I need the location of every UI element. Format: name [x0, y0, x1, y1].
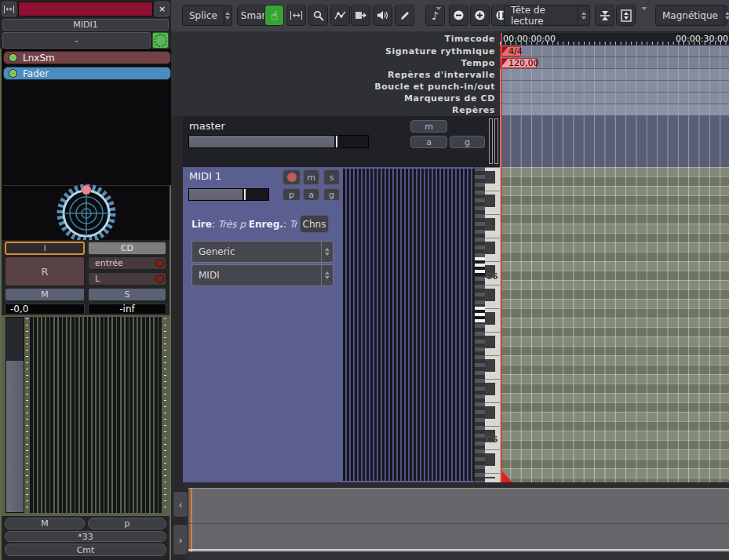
daw-window: ↔ × MIDI1 - LnxSm Fa [0, 0, 729, 560]
tool-stretch-button[interactable] [351, 5, 370, 26]
panner[interactable] [0, 185, 171, 241]
phase-button[interactable]: p [88, 518, 166, 529]
master-track-fader[interactable] [188, 135, 369, 148]
master-fader-handle[interactable] [336, 136, 337, 147]
master-group-button[interactable]: g [450, 136, 485, 148]
processor-box[interactable]: LnxSm Fader [0, 49, 174, 188]
solo-button[interactable]: S [88, 288, 166, 301]
phase-label: p [125, 518, 130, 529]
zoom-focus-combo[interactable]: Tête de lecture [504, 5, 590, 26]
midnam-mode-combo[interactable]: MIDI [191, 264, 334, 286]
midi-fader-handle[interactable] [244, 189, 246, 200]
record-enable-button[interactable]: R [5, 256, 85, 286]
channels-button[interactable]: Chns [300, 215, 329, 233]
gain-fader-handle[interactable] [6, 361, 24, 512]
meter-marker[interactable]: 4/4 [500, 46, 521, 56]
processor-active-led[interactable] [9, 69, 17, 78]
summary-scroll-left-button[interactable]: ‹ [173, 491, 188, 518]
midi-automation-button[interactable]: a [303, 188, 319, 201]
strip-close-button[interactable]: × [155, 2, 169, 16]
processor-fader[interactable]: Fader [3, 67, 171, 80]
midi-track-canvas[interactable] [500, 167, 729, 482]
midi-record-button[interactable] [282, 169, 301, 185]
midi-mute-button[interactable]: m [303, 169, 319, 185]
solo-label: S [125, 289, 130, 300]
tool-draw-automation-button[interactable] [330, 5, 350, 26]
playhead[interactable] [501, 33, 502, 482]
master-scrollbar[interactable] [489, 118, 493, 164]
monitor-input-button[interactable]: I [5, 242, 85, 255]
master-mute-button[interactable]: m [410, 120, 447, 133]
note-chevron-icon[interactable] [435, 6, 443, 11]
timecode-ruler[interactable]: 00:00:00:00 00:00:30:00 [500, 33, 729, 45]
master-track-canvas[interactable] [500, 116, 729, 167]
rec-mode-label: Enreg. [249, 219, 283, 230]
midi-group-button[interactable]: g [323, 188, 340, 201]
ruler-label-timecode: Timecode [445, 33, 495, 45]
scroomer-handle-bottom[interactable] [475, 307, 485, 322]
comments-label: Cmt [77, 545, 95, 555]
summary-playhead[interactable] [191, 489, 192, 552]
record-enable-label: R [41, 266, 48, 278]
summary-pane[interactable] [188, 488, 729, 552]
midi-route-modes: Lire: Très p Enreg.: Tr [191, 219, 297, 230]
lock-button[interactable]: L [88, 272, 166, 285]
location-marker-ruler[interactable] [500, 104, 729, 116]
midi-solo-button[interactable]: s [323, 169, 340, 185]
shrink-tracks-button[interactable] [595, 5, 614, 26]
ruler-label-markers: Repères [452, 104, 495, 116]
monitor-disk-button[interactable]: CD [88, 242, 166, 255]
input-button[interactable]: entrée [88, 256, 166, 270]
cd-marker-ruler[interactable] [500, 93, 729, 104]
strip-width-button[interactable]: ↔ [2, 2, 16, 16]
gain-display[interactable]: -0,0 [5, 304, 85, 315]
mute-button[interactable]: M [5, 288, 85, 301]
zoom-out-button[interactable] [449, 5, 468, 26]
master-track-header[interactable]: master m a g [183, 116, 500, 167]
summary-range-bar[interactable] [188, 549, 729, 551]
processor-lnxsm[interactable]: LnxSm [3, 51, 171, 64]
processor-active-led[interactable] [9, 53, 17, 62]
spinner-icon [224, 5, 231, 25]
magnifier-icon [313, 10, 324, 21]
midi-track-name[interactable]: MIDI 1 [189, 170, 221, 182]
master-track-name[interactable]: master [189, 120, 225, 132]
snap-mode-combo[interactable]: Magnétique [655, 5, 727, 26]
tool-zoom-button[interactable] [308, 5, 328, 26]
strip-name-button[interactable]: MIDI1 [2, 19, 169, 31]
midnam-device-combo[interactable]: Generic [191, 241, 334, 263]
midi-patch-stripes [343, 169, 474, 481]
gain-fader[interactable] [5, 317, 24, 513]
peak-display[interactable]: -inf [88, 304, 166, 315]
midi-scroomer[interactable] [474, 167, 485, 482]
scroomer-handle-top[interactable] [475, 257, 485, 276]
midi-track-fader[interactable] [188, 188, 269, 201]
midi-playlist-button[interactable]: p [282, 188, 301, 201]
peak-value: -inf [119, 304, 135, 315]
master-automation-button[interactable]: a [410, 136, 447, 148]
edit-mode-combo[interactable]: Splice [182, 5, 232, 26]
strip-color-bar[interactable] [18, 2, 153, 16]
input-selector-button[interactable]: - [2, 32, 151, 49]
tool-edit-button[interactable] [395, 5, 414, 26]
meter-ruler[interactable]: 4/4 [500, 45, 729, 57]
tool-grab-button[interactable]: ☝ [264, 5, 284, 26]
tool-audition-button[interactable] [373, 5, 392, 26]
zoom-in-button[interactable] [470, 5, 490, 26]
tempo-marker[interactable]: 120,00 [500, 58, 537, 68]
comments-button[interactable]: Cmt [5, 544, 166, 556]
master-scrollbar-2[interactable] [494, 118, 498, 164]
range-marker-ruler[interactable] [500, 69, 729, 81]
midi-track-header[interactable]: MIDI 1 m s p a g Lire: Très p Enreg.: Tr… [183, 167, 500, 482]
metering-button[interactable]: M [5, 518, 85, 529]
piano-keyboard[interactable]: C6 C5 [485, 167, 500, 482]
summary-scroll-right-button[interactable]: › [173, 524, 188, 555]
tracks-chevron-icon[interactable] [640, 6, 648, 11]
tool-range-button[interactable]: ↔ [286, 5, 306, 26]
loop-punch-ruler[interactable] [500, 81, 729, 93]
trim-knob[interactable] [152, 32, 169, 49]
expand-tracks-button[interactable] [616, 5, 636, 26]
lock-button-label: L [95, 274, 100, 284]
group-button[interactable]: *33 [5, 531, 166, 542]
tempo-ruler[interactable]: 120,00 [500, 57, 729, 69]
